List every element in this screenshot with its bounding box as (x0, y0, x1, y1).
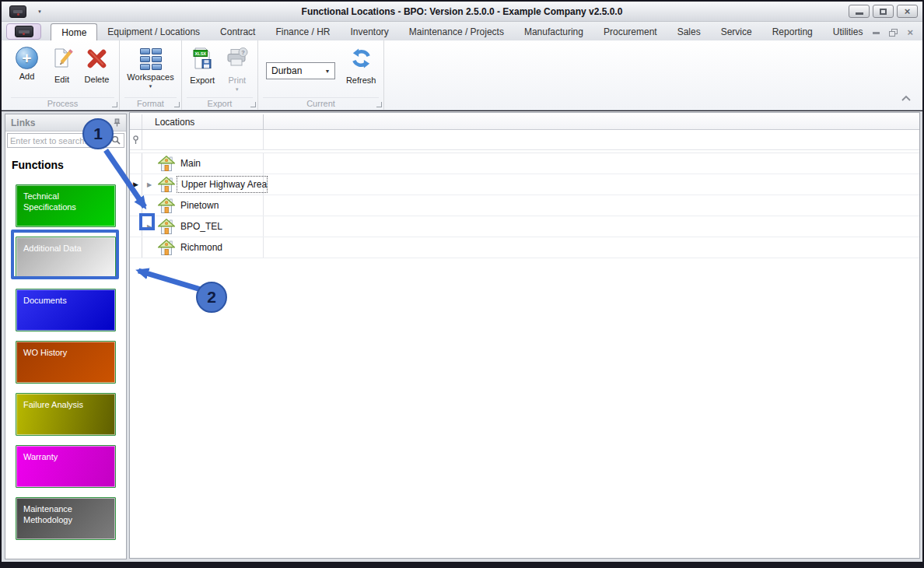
row-filler (264, 174, 919, 195)
location-cell: Richmond (142, 237, 264, 258)
close-icon: × (905, 6, 911, 16)
dialog-launcher-icon[interactable] (174, 102, 180, 107)
location-row-richmond[interactable]: Richmond (130, 237, 919, 258)
filter-pin-icon (132, 135, 139, 145)
row-filler (264, 195, 919, 216)
annotation-highlight-additional-data (11, 230, 119, 279)
add-button[interactable]: + Add (9, 44, 44, 81)
callout-step-1: 1 (82, 118, 114, 149)
add-icon: + (16, 47, 38, 69)
delete-button[interactable]: Delete (79, 44, 114, 84)
selected-row-indicator-icon: ▶ (133, 181, 138, 188)
location-house-icon (156, 240, 176, 256)
function-button-warranty[interactable]: Warranty (16, 445, 116, 488)
locations-rows: Main▶▶ Upper Highway Area Pinetown▶ BPO_… (130, 153, 919, 258)
export-button-label: Export (190, 75, 215, 85)
mdi-close-icon[interactable]: × (907, 29, 913, 37)
tab-contract[interactable]: Contract (210, 23, 265, 40)
location-cell: ▶ BPO_TEL (142, 216, 264, 237)
dialog-launcher-icon[interactable] (376, 102, 382, 107)
functions-section-title: Functions (12, 159, 123, 171)
location-label[interactable]: Richmond (177, 240, 262, 255)
location-house-icon (156, 198, 176, 214)
maximize-button[interactable] (873, 5, 894, 18)
collapse-ribbon-icon[interactable] (901, 91, 912, 105)
workspaces-button[interactable]: Workspaces ▼ (124, 44, 178, 89)
tab-procurement[interactable]: Procurement (593, 23, 667, 40)
location-row-bpo-tel[interactable]: ▶ BPO_TEL (130, 216, 919, 237)
tab-utilities[interactable]: Utilities (823, 23, 873, 40)
location-row-upper-highway-area[interactable]: ▶▶ Upper Highway Area (130, 174, 919, 195)
tab-equipment-locations[interactable]: Equipment / Locations (97, 23, 210, 40)
group-label-current: Current (263, 97, 379, 108)
filter-indicator-cell (130, 130, 142, 149)
location-row-pinetown[interactable]: Pinetown (130, 195, 919, 216)
function-button-label: Maintenance Methodology (23, 504, 72, 524)
function-button-documents[interactable]: Documents (16, 289, 116, 331)
function-button-technical-specifications[interactable]: Technical Specifications (16, 184, 116, 227)
function-button-maintenance-methodology[interactable]: Maintenance Methodology (16, 497, 116, 540)
quick-access-caret-icon[interactable]: ▼ (37, 9, 42, 14)
expand-arrow-icon[interactable]: ▶ (142, 174, 156, 195)
location-cell: ▶ Upper Highway Area (142, 174, 264, 195)
location-row-main[interactable]: Main (130, 153, 919, 174)
row-filler (264, 237, 919, 258)
tab-maintenance-projects[interactable]: Maintenance / Projects (399, 23, 514, 40)
location-label[interactable]: BPO_TEL (177, 219, 262, 234)
minimize-icon (856, 12, 863, 15)
row-indicator-cell (130, 153, 142, 174)
location-label[interactable]: Main (177, 156, 262, 171)
current-site-value: Durban (271, 65, 302, 76)
row-filler (264, 153, 919, 174)
title-bar: ▼ Functional Locations - BPO: Version 2.… (2, 2, 922, 22)
pin-icon[interactable] (114, 118, 121, 127)
tab-home[interactable]: Home (51, 23, 97, 40)
location-house-icon (156, 156, 176, 172)
mdi-restore-icon[interactable] (889, 29, 898, 37)
function-button-label: Documents (23, 296, 67, 305)
grid-header: Locations (130, 114, 919, 130)
annotation-highlight-expand-arrow (139, 213, 155, 230)
ribbon-group-export: XLSX Export (182, 40, 258, 110)
application-menu-button[interactable] (6, 23, 41, 40)
print-button[interactable]: ? Print ▼ (220, 44, 255, 92)
svg-text:XLSX: XLSX (194, 51, 206, 56)
close-button[interactable]: × (897, 5, 918, 18)
filter-cell-locations[interactable] (142, 130, 264, 149)
location-label[interactable]: Upper Highway Area (177, 176, 268, 193)
app-logo-icon (15, 26, 33, 37)
tab-service[interactable]: Service (711, 23, 762, 40)
location-house-icon (156, 177, 176, 193)
row-indicator-cell (130, 237, 142, 258)
filter-row[interactable] (130, 130, 919, 150)
export-button[interactable]: XLSX Export (185, 44, 220, 85)
tab-finance-hr[interactable]: Finance / HR (265, 23, 340, 40)
mdi-window-controls: × (873, 29, 913, 37)
main-content: Links Functions Technical Specifications… (2, 111, 922, 562)
edit-button[interactable]: Edit (44, 44, 79, 84)
delete-icon (86, 47, 107, 72)
current-site-combobox[interactable]: Durban ▼ (266, 62, 335, 79)
dialog-launcher-icon[interactable] (112, 102, 117, 107)
refresh-button-label: Refresh (346, 75, 376, 85)
ribbon: + Add Edit (2, 40, 922, 110)
workspaces-icon (140, 47, 162, 70)
dialog-launcher-icon[interactable] (250, 102, 256, 107)
location-label[interactable]: Pinetown (177, 198, 262, 213)
window-title: Functional Locations - BPO: Version 2.5.… (79, 6, 845, 17)
ribbon-tab-row: HomeEquipment / LocationsContractFinance… (2, 22, 922, 40)
tab-reporting[interactable]: Reporting (762, 23, 823, 40)
edit-button-label: Edit (54, 75, 69, 84)
tab-sales[interactable]: Sales (667, 23, 711, 40)
column-header-locations[interactable]: Locations (142, 114, 264, 129)
tab-manufacturing[interactable]: Manufacturing (514, 23, 593, 40)
delete-button-label: Delete (85, 75, 110, 84)
function-button-wo-history[interactable]: WO History (16, 341, 116, 384)
tab-inventory[interactable]: Inventory (340, 23, 398, 40)
minimize-button[interactable] (849, 5, 870, 18)
mdi-minimize-icon[interactable] (873, 32, 880, 34)
chevron-down-icon: ▼ (324, 68, 330, 74)
refresh-button[interactable]: Refresh (341, 44, 380, 85)
function-button-failure-analysis[interactable]: Failure Analysis (16, 393, 116, 436)
location-cell: Main (142, 153, 264, 174)
